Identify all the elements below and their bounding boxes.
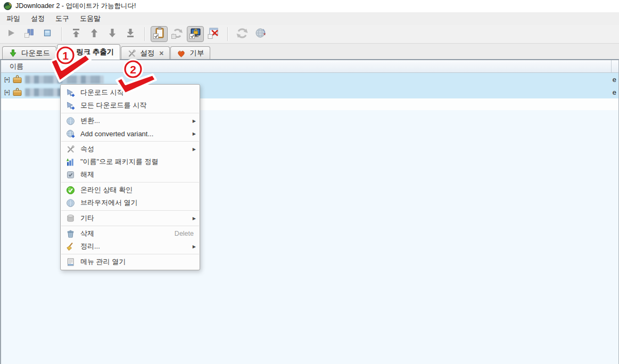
- menu-item-label: 브라우저에서 열기: [80, 198, 196, 208]
- menu-item-convert[interactable]: 변환... ▶: [61, 114, 200, 127]
- menu-item-start-download[interactable]: 다운로드 시작: [61, 86, 200, 99]
- menu-separator: [61, 113, 199, 113]
- menu-separator: [61, 254, 199, 254]
- reconnect-button[interactable]: [234, 26, 251, 42]
- menu-manager-icon: [66, 258, 75, 267]
- menu-item-label: 메뉴 관리 열기: [80, 257, 196, 267]
- play-button[interactable]: [3, 26, 20, 42]
- check-online-status-icon: [66, 186, 75, 195]
- tab-label: 설정: [140, 48, 154, 58]
- tab-downloads[interactable]: 다운로드: [2, 46, 56, 60]
- menu-item-label: 정리...: [80, 242, 186, 251]
- tab-linkgrabber[interactable]: 링크 추출기: [57, 44, 120, 60]
- menu-item-sort-packages[interactable]: "이름"으로 패키지를 정렬: [61, 155, 200, 168]
- menu-item-shortcut: Delete: [175, 230, 194, 237]
- menu-help[interactable]: 도움말: [75, 12, 106, 25]
- close-captcha-window-icon: [207, 26, 220, 42]
- convert-icon: [66, 117, 75, 126]
- stop-icon: [42, 28, 53, 40]
- package-icon: [13, 88, 22, 96]
- toolbar: [0, 25, 619, 44]
- reconnect-icon: [235, 26, 249, 42]
- disable-icon: [66, 170, 75, 179]
- menu-item-start-all-downloads[interactable]: 모든 다운로드를 시작: [61, 99, 200, 112]
- row-truncated-text: e: [613, 76, 616, 84]
- move-to-top-button[interactable]: [68, 26, 85, 42]
- tab-label: 다운로드: [21, 48, 50, 58]
- toolbar-separator: [144, 27, 145, 41]
- premium-lock-toggle[interactable]: [187, 26, 204, 42]
- menu-file[interactable]: 파일: [1, 12, 26, 25]
- menu-item-label: 속성: [80, 144, 186, 154]
- menu-item-label: "이름"으로 패키지를 정렬: [80, 157, 196, 167]
- linkgrabber-icon: [63, 48, 72, 57]
- menu-item-others[interactable]: 기타 ▶: [61, 212, 200, 225]
- menu-item-open-in-browser[interactable]: 브라우저에서 열기: [61, 196, 200, 209]
- menu-item-label: 다운로드 시작: [80, 88, 196, 97]
- menu-item-disable[interactable]: 해제: [61, 168, 200, 181]
- close-captcha-window-button[interactable]: [205, 26, 222, 42]
- heart-icon: [177, 49, 186, 58]
- open-in-browser-icon: [66, 198, 75, 208]
- menu-settings[interactable]: 설정: [26, 12, 50, 25]
- context-menu: 다운로드 시작 모든 다운로드를 시작 변환... ▶ Add converte…: [60, 84, 200, 270]
- move-down-icon: [106, 27, 118, 41]
- global-update-icon: [253, 26, 267, 42]
- menu-item-label: 온라인 상태 확인: [80, 185, 196, 195]
- submenu-arrow-icon: ▶: [192, 147, 196, 152]
- menu-item-label: 삭제: [80, 229, 169, 238]
- settings-tools-icon: [127, 49, 136, 58]
- row-truncated-text: e: [613, 88, 616, 96]
- move-down-button[interactable]: [104, 26, 121, 42]
- menu-item-add-converted-variant[interactable]: Add converted variant... ▶: [61, 127, 200, 140]
- move-up-icon: [88, 27, 100, 41]
- move-to-top-icon: [70, 27, 82, 41]
- expand-icon[interactable]: [+]: [4, 89, 10, 95]
- column-divider[interactable]: [611, 60, 612, 72]
- submenu-arrow-icon: ▶: [192, 244, 196, 249]
- column-header-name[interactable]: 이름: [10, 62, 23, 71]
- window-title: JDownloader 2 - 업데이트가 가능합니다!: [15, 2, 136, 11]
- submenu-arrow-icon: ▶: [192, 131, 196, 136]
- blurred-package-name: [25, 76, 104, 84]
- menu-item-open-menu-manager[interactable]: 메뉴 관리 열기: [61, 255, 200, 268]
- play-icon: [6, 28, 16, 40]
- premium-lock-icon: [188, 26, 202, 42]
- menu-item-check-online-status[interactable]: 온라인 상태 확인: [61, 184, 200, 196]
- properties-tools-icon: [66, 145, 75, 154]
- tab-donate[interactable]: 기부: [170, 46, 210, 60]
- view-tabs: 다운로드 링크 추출기 설정 × 기부: [0, 44, 619, 60]
- menu-bar: 파일 설정 도구 도움말: [0, 12, 619, 25]
- menu-item-delete[interactable]: 삭제 Delete: [61, 227, 200, 240]
- tab-label: 기부: [189, 48, 204, 58]
- toolbar-separator: [61, 27, 62, 41]
- stop-button[interactable]: [39, 26, 56, 42]
- table-header[interactable]: 이름: [1, 60, 618, 73]
- menu-item-label: 기타: [80, 213, 186, 223]
- menu-item-cleanup[interactable]: 정리... ▶: [61, 240, 200, 253]
- submenu-arrow-icon: ▶: [192, 216, 196, 221]
- move-to-bottom-icon: [125, 27, 136, 41]
- toolbar-separator: [227, 27, 228, 41]
- move-up-button[interactable]: [86, 26, 103, 42]
- menu-separator: [61, 182, 199, 183]
- package-icon: [13, 75, 22, 84]
- start-download-icon: [66, 88, 75, 97]
- pause-button[interactable]: [21, 26, 38, 42]
- cleanup-broom-icon: [66, 242, 75, 251]
- jdownloader-logo-icon: [4, 2, 12, 10]
- menu-item-label: 변환...: [80, 116, 186, 126]
- download-icon: [9, 49, 18, 58]
- clipboard-observer-icon: [152, 26, 166, 42]
- autoreconnect-toggle[interactable]: [169, 26, 186, 42]
- move-to-bottom-button[interactable]: [122, 26, 139, 42]
- menu-tools[interactable]: 도구: [50, 12, 75, 25]
- menu-item-properties[interactable]: 속성 ▶: [61, 143, 200, 155]
- menu-item-label: Add converted variant...: [80, 130, 186, 138]
- pause-icon: [23, 27, 35, 41]
- expand-icon[interactable]: [+]: [4, 76, 10, 82]
- global-update-button[interactable]: [252, 26, 269, 42]
- clipboard-observer-toggle[interactable]: [151, 26, 168, 42]
- tab-close-icon[interactable]: ×: [159, 49, 163, 57]
- tab-settings[interactable]: 설정 ×: [121, 46, 170, 60]
